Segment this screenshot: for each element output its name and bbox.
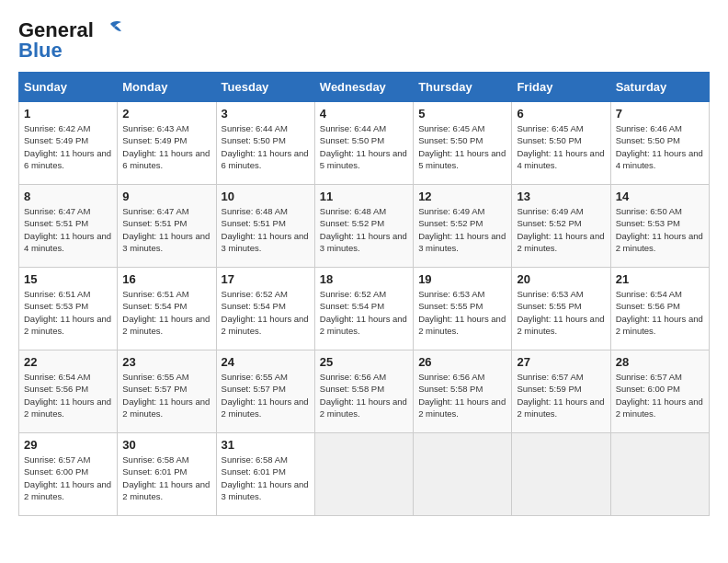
day-info: Sunrise: 6:49 AMSunset: 5:52 PMDaylight:… [418, 205, 506, 254]
day-info: Sunrise: 6:50 AMSunset: 5:53 PMDaylight:… [616, 205, 704, 254]
header-wednesday: Wednesday [314, 73, 413, 102]
calendar-day-cell: 28 Sunrise: 6:57 AMSunset: 6:00 PMDaylig… [610, 350, 709, 433]
day-info: Sunrise: 6:52 AMSunset: 5:54 PMDaylight:… [320, 288, 408, 337]
calendar-day-cell: 12 Sunrise: 6:49 AMSunset: 5:52 PMDaylig… [414, 185, 512, 268]
day-info: Sunrise: 6:51 AMSunset: 5:53 PMDaylight:… [24, 288, 112, 337]
calendar-day-cell: 16 Sunrise: 6:51 AMSunset: 5:54 PMDaylig… [118, 268, 216, 350]
day-info: Sunrise: 6:46 AMSunset: 5:50 PMDaylight:… [616, 122, 704, 171]
day-number: 17 [222, 272, 310, 286]
day-info: Sunrise: 6:55 AMSunset: 5:57 PMDaylight:… [122, 371, 210, 419]
day-number: 20 [517, 272, 605, 286]
logo-blue: Blue [18, 39, 63, 63]
day-info: Sunrise: 6:48 AMSunset: 5:51 PMDaylight:… [222, 205, 310, 254]
day-info: Sunrise: 6:45 AMSunset: 5:50 PMDaylight:… [517, 122, 605, 171]
calendar-day-cell: 23 Sunrise: 6:55 AMSunset: 5:57 PMDaylig… [118, 350, 216, 433]
calendar-day-cell [314, 433, 413, 516]
day-info: Sunrise: 6:48 AMSunset: 5:52 PMDaylight:… [320, 205, 408, 254]
calendar-week-row: 1 Sunrise: 6:42 AMSunset: 5:49 PMDayligh… [19, 102, 710, 185]
day-number: 4 [320, 107, 408, 121]
day-number: 25 [320, 355, 408, 369]
day-info: Sunrise: 6:57 AMSunset: 6:00 PMDaylight:… [24, 454, 112, 502]
header-monday: Monday [118, 73, 216, 102]
day-info: Sunrise: 6:56 AMSunset: 5:58 PMDaylight:… [320, 371, 408, 419]
calendar-day-cell: 22 Sunrise: 6:54 AMSunset: 5:56 PMDaylig… [19, 350, 118, 433]
calendar-day-cell [414, 433, 512, 516]
day-number: 29 [24, 438, 112, 452]
header-tuesday: Tuesday [216, 73, 314, 102]
day-info: Sunrise: 6:55 AMSunset: 5:57 PMDaylight:… [222, 371, 310, 419]
calendar-week-row: 8 Sunrise: 6:47 AMSunset: 5:51 PMDayligh… [19, 185, 710, 268]
day-number: 31 [222, 438, 310, 452]
day-info: Sunrise: 6:53 AMSunset: 5:55 PMDaylight:… [517, 288, 605, 337]
calendar-day-cell: 11 Sunrise: 6:48 AMSunset: 5:52 PMDaylig… [314, 185, 413, 268]
calendar-day-cell: 9 Sunrise: 6:47 AMSunset: 5:51 PMDayligh… [118, 185, 216, 268]
day-number: 1 [24, 107, 112, 121]
day-info: Sunrise: 6:51 AMSunset: 5:54 PMDaylight:… [122, 288, 210, 337]
calendar-day-cell: 3 Sunrise: 6:44 AMSunset: 5:50 PMDayligh… [216, 102, 314, 185]
calendar-day-cell: 17 Sunrise: 6:52 AMSunset: 5:54 PMDaylig… [216, 268, 314, 350]
day-number: 14 [616, 190, 704, 203]
calendar-header-row: SundayMondayTuesdayWednesdayThursdayFrid… [19, 73, 710, 102]
day-info: Sunrise: 6:58 AMSunset: 6:01 PMDaylight:… [222, 454, 310, 502]
day-number: 11 [320, 190, 408, 203]
day-number: 3 [222, 107, 310, 121]
day-info: Sunrise: 6:54 AMSunset: 5:56 PMDaylight:… [616, 288, 704, 337]
calendar-day-cell: 6 Sunrise: 6:45 AMSunset: 5:50 PMDayligh… [512, 102, 610, 185]
day-info: Sunrise: 6:54 AMSunset: 5:56 PMDaylight:… [24, 371, 112, 419]
day-info: Sunrise: 6:44 AMSunset: 5:50 PMDaylight:… [222, 122, 310, 171]
logo: General Blue [18, 18, 125, 63]
calendar-table: SundayMondayTuesdayWednesdayThursdayFrid… [18, 72, 710, 516]
day-number: 23 [122, 355, 210, 369]
day-info: Sunrise: 6:47 AMSunset: 5:51 PMDaylight:… [24, 205, 112, 254]
day-info: Sunrise: 6:42 AMSunset: 5:49 PMDaylight:… [24, 122, 112, 171]
calendar-day-cell: 2 Sunrise: 6:43 AMSunset: 5:49 PMDayligh… [118, 102, 216, 185]
day-number: 10 [222, 190, 310, 203]
day-number: 21 [616, 272, 704, 286]
calendar-week-row: 15 Sunrise: 6:51 AMSunset: 5:53 PMDaylig… [19, 268, 710, 350]
day-number: 8 [24, 190, 112, 203]
calendar-day-cell: 7 Sunrise: 6:46 AMSunset: 5:50 PMDayligh… [610, 102, 709, 185]
calendar-day-cell: 20 Sunrise: 6:53 AMSunset: 5:55 PMDaylig… [512, 268, 610, 350]
calendar-day-cell: 10 Sunrise: 6:48 AMSunset: 5:51 PMDaylig… [216, 185, 314, 268]
day-number: 18 [320, 272, 408, 286]
day-info: Sunrise: 6:49 AMSunset: 5:52 PMDaylight:… [517, 205, 605, 254]
calendar-week-row: 22 Sunrise: 6:54 AMSunset: 5:56 PMDaylig… [19, 350, 710, 433]
day-info: Sunrise: 6:43 AMSunset: 5:49 PMDaylight:… [122, 122, 210, 171]
day-number: 22 [24, 355, 112, 369]
day-number: 24 [222, 355, 310, 369]
calendar-day-cell: 31 Sunrise: 6:58 AMSunset: 6:01 PMDaylig… [216, 433, 314, 516]
page-header: General Blue [18, 18, 710, 63]
calendar-day-cell: 30 Sunrise: 6:58 AMSunset: 6:01 PMDaylig… [118, 433, 216, 516]
day-number: 16 [122, 272, 210, 286]
day-number: 5 [418, 107, 506, 121]
calendar-day-cell: 18 Sunrise: 6:52 AMSunset: 5:54 PMDaylig… [314, 268, 413, 350]
day-number: 13 [517, 190, 605, 203]
day-info: Sunrise: 6:45 AMSunset: 5:50 PMDaylight:… [418, 122, 506, 171]
calendar-day-cell: 4 Sunrise: 6:44 AMSunset: 5:50 PMDayligh… [314, 102, 413, 185]
header-saturday: Saturday [610, 73, 709, 102]
calendar-day-cell: 5 Sunrise: 6:45 AMSunset: 5:50 PMDayligh… [414, 102, 512, 185]
day-info: Sunrise: 6:56 AMSunset: 5:58 PMDaylight:… [418, 371, 506, 419]
calendar-day-cell: 19 Sunrise: 6:53 AMSunset: 5:55 PMDaylig… [414, 268, 512, 350]
day-info: Sunrise: 6:57 AMSunset: 6:00 PMDaylight:… [616, 371, 704, 419]
day-number: 6 [517, 107, 605, 121]
logo-bird-icon [96, 20, 125, 40]
day-number: 27 [517, 355, 605, 369]
calendar-day-cell: 1 Sunrise: 6:42 AMSunset: 5:49 PMDayligh… [19, 102, 118, 185]
day-info: Sunrise: 6:58 AMSunset: 6:01 PMDaylight:… [122, 454, 210, 502]
day-number: 19 [418, 272, 506, 286]
day-number: 9 [122, 190, 210, 203]
day-info: Sunrise: 6:57 AMSunset: 5:59 PMDaylight:… [517, 371, 605, 419]
calendar-day-cell: 15 Sunrise: 6:51 AMSunset: 5:53 PMDaylig… [19, 268, 118, 350]
calendar-day-cell: 27 Sunrise: 6:57 AMSunset: 5:59 PMDaylig… [512, 350, 610, 433]
day-number: 7 [616, 107, 704, 121]
calendar-day-cell: 13 Sunrise: 6:49 AMSunset: 5:52 PMDaylig… [512, 185, 610, 268]
day-number: 30 [122, 438, 210, 452]
calendar-day-cell: 25 Sunrise: 6:56 AMSunset: 5:58 PMDaylig… [314, 350, 413, 433]
header-sunday: Sunday [19, 73, 118, 102]
day-number: 2 [122, 107, 210, 121]
header-thursday: Thursday [414, 73, 512, 102]
header-friday: Friday [512, 73, 610, 102]
calendar-day-cell: 26 Sunrise: 6:56 AMSunset: 5:58 PMDaylig… [414, 350, 512, 433]
calendar-day-cell: 29 Sunrise: 6:57 AMSunset: 6:00 PMDaylig… [19, 433, 118, 516]
